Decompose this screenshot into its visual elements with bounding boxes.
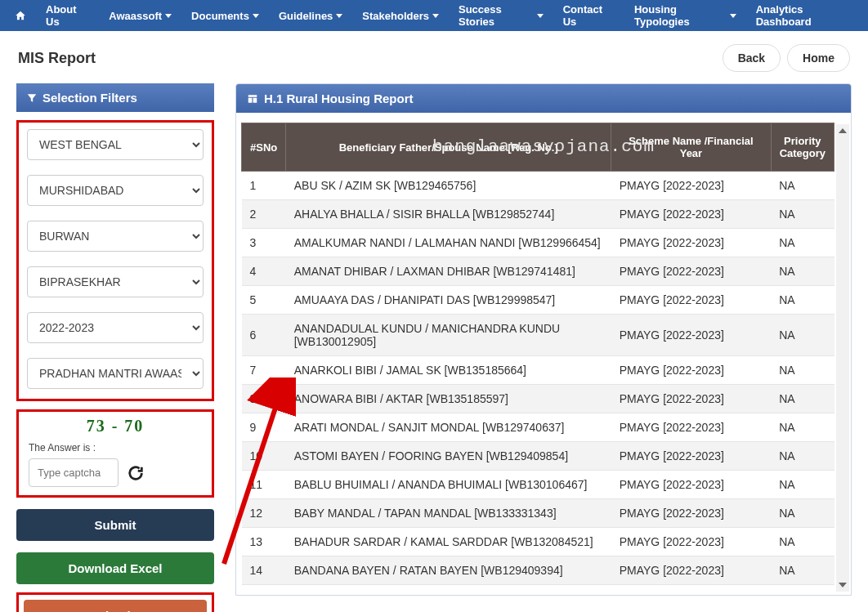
cell-ben: BABY MANDAL / TAPAN MANDAL [WB133331343] [286, 499, 611, 528]
cell-sc: PMAYG [2022-2023] [611, 556, 771, 585]
chevron-down-icon [336, 14, 342, 18]
nav-analytics[interactable]: Analytics Dashboard [746, 0, 863, 31]
captcha-question: 73 - 70 [29, 417, 202, 436]
nav-guidelines[interactable]: Guidelines [269, 0, 352, 31]
cell-pc: NA [771, 315, 834, 356]
table-wrap: banglaawasyojana.com #SNo Beneficiary Fa… [236, 113, 851, 595]
filter-icon [26, 92, 38, 104]
cell-sc: PMAYG [2022-2023] [611, 471, 771, 499]
cell-sn: 8 [242, 385, 286, 413]
cell-ben: ABU SK / AZIM SK [WB129465756] [286, 172, 611, 200]
cell-sc: PMAYG [2022-2023] [611, 413, 771, 442]
cell-sc: PMAYG [2022-2023] [611, 356, 771, 385]
block-select[interactable]: BURWAN [27, 221, 204, 252]
cell-sc: PMAYG [2022-2023] [611, 315, 771, 356]
cell-pc: NA [771, 385, 834, 413]
nav-stakeholders[interactable]: Stakeholders [352, 0, 449, 31]
cell-ben: AHALYA BHALLA / SISIR BHALLA [WB12985274… [286, 200, 611, 229]
cell-ben: ARATI MONDAL / SANJIT MONDAL [WB12974063… [286, 413, 611, 442]
submit-button[interactable]: Submit [16, 509, 214, 541]
vertical-scrollbar[interactable] [836, 124, 849, 592]
cell-ben: ANOWARA BIBI / AKTAR [WB135185597] [286, 385, 611, 413]
cell-pc: NA [771, 257, 834, 286]
table-row: 11BABLU BHUIMALI / ANANDA BHUIMALI [WB13… [242, 471, 834, 499]
table-row: 6ANANDADULAL KUNDU / MANICHANDRA KUNDU [… [242, 315, 834, 356]
filters-title: Selection Filters [43, 91, 137, 105]
table-row: 5AMUAAYA DAS / DHANIPATI DAS [WB12999854… [242, 286, 834, 315]
gp-select[interactable]: BIPRASEKHAR [27, 266, 204, 297]
cell-pc: NA [771, 413, 834, 442]
nav-label: Stakeholders [362, 10, 429, 22]
home-icon [15, 10, 26, 21]
cell-pc: NA [771, 172, 834, 200]
captcha-label: The Answer is : [29, 442, 202, 453]
table-row: 13BAHADUR SARDAR / KAMAL SARDDAR [WB1320… [242, 528, 834, 556]
cell-sc: PMAYG [2022-2023] [611, 172, 771, 200]
report-table: #SNo Beneficiary Father/Spouse Name [Reg… [241, 123, 834, 585]
cell-sn: 7 [242, 356, 286, 385]
table-row: 10ASTOMI BAYEN / FOORING BAYEN [WB129409… [242, 442, 834, 471]
cell-sn: 14 [242, 556, 286, 585]
captcha-box: 73 - 70 The Answer is : [16, 409, 214, 498]
nav-label: Guidelines [279, 10, 333, 22]
cell-pc: NA [771, 286, 834, 315]
download-pdf-button[interactable]: Download PDF [24, 600, 207, 612]
chevron-down-icon [730, 14, 736, 18]
cell-sn: 13 [242, 528, 286, 556]
cell-ben: BABLU BHUIMALI / ANANDA BHUIMALI [WB1301… [286, 471, 611, 499]
back-button[interactable]: Back [723, 44, 781, 72]
cell-sc: PMAYG [2022-2023] [611, 257, 771, 286]
col-sc: Scheme Name /Financial Year [611, 123, 771, 172]
year-select[interactable]: 2022-2023 [27, 312, 204, 343]
chevron-down-icon [432, 14, 439, 18]
top-nav: About Us Awaassoft Documents Guidelines … [0, 0, 868, 31]
cell-ben: ANANDADULAL KUNDU / MANICHANDRA KUNDU [W… [286, 315, 611, 356]
chevron-down-icon [253, 14, 259, 18]
cell-sn: 6 [242, 315, 286, 356]
cell-sc: PMAYG [2022-2023] [611, 499, 771, 528]
nav-success[interactable]: Success Stories [449, 0, 553, 31]
table-row: 8ANOWARA BIBI / AKTAR [WB135185597]PMAYG… [242, 385, 834, 413]
nav-documents[interactable]: Documents [181, 0, 269, 31]
cell-sn: 10 [242, 442, 286, 471]
nav-home[interactable] [5, 0, 36, 31]
table-row: 7ANARKOLI BIBI / JAMAL SK [WB135185664]P… [242, 356, 834, 385]
col-pc: Priority Category [771, 123, 834, 172]
captcha-input[interactable] [29, 458, 119, 487]
nav-about[interactable]: About Us [36, 0, 99, 31]
cell-pc: NA [771, 471, 834, 499]
nav-label: Documents [191, 10, 249, 22]
scroll-up-icon[interactable] [836, 124, 849, 137]
cell-sn: 2 [242, 200, 286, 229]
scheme-select[interactable]: PRADHAN MANTRI AWAAS [27, 358, 204, 389]
district-select[interactable]: MURSHIDABAD [27, 175, 204, 206]
cell-ben: ANARKOLI BIBI / JAMAL SK [WB135185664] [286, 356, 611, 385]
state-select[interactable]: WEST BENGAL [27, 129, 204, 160]
cell-pc: NA [771, 442, 834, 471]
table-row: 3AMALKUMAR NANDI / LALMAHAN NANDI [WB129… [242, 229, 834, 257]
home-button[interactable]: Home [787, 44, 850, 72]
nav-typologies[interactable]: Housing Typologies [624, 0, 746, 31]
table-row: 4AMANAT DHIBAR / LAXMAN DHIBAR [WB129741… [242, 257, 834, 286]
nav-label: Success Stories [459, 3, 534, 28]
nav-label: Awaassoft [109, 10, 162, 22]
cell-ben: ASTOMI BAYEN / FOORING BAYEN [WB12940985… [286, 442, 611, 471]
refresh-icon[interactable] [127, 464, 145, 482]
cell-sc: PMAYG [2022-2023] [611, 528, 771, 556]
cell-sc: PMAYG [2022-2023] [611, 200, 771, 229]
cell-sn: 9 [242, 413, 286, 442]
report-title: H.1 Rural Housing Report [264, 92, 414, 105]
report-header: H.1 Rural Housing Report [236, 84, 851, 113]
chevron-down-icon [165, 14, 172, 18]
nav-awaassoft[interactable]: Awaassoft [99, 0, 181, 31]
nav-contact[interactable]: Contact Us [553, 0, 624, 31]
cell-sn: 3 [242, 229, 286, 257]
table-row: 12BABY MANDAL / TAPAN MANDAL [WB13333134… [242, 499, 834, 528]
download-excel-button[interactable]: Download Excel [16, 552, 214, 584]
cell-sc: PMAYG [2022-2023] [611, 229, 771, 257]
nav-label: Analytics Dashboard [756, 3, 853, 28]
cell-sn: 4 [242, 257, 286, 286]
scroll-down-icon[interactable] [836, 578, 849, 592]
filters-header: Selection Filters [16, 83, 214, 112]
nav-label: Housing Typologies [634, 3, 727, 28]
